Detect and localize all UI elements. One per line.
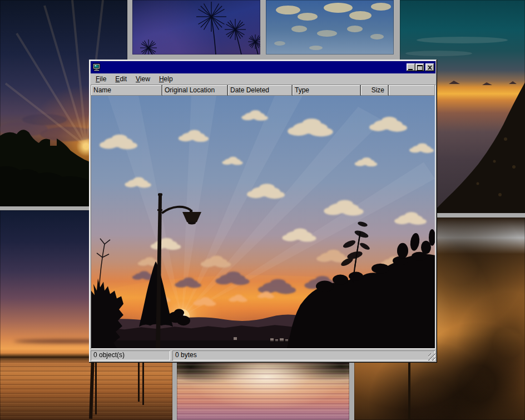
reflection-ripples	[177, 363, 349, 420]
maximize-button[interactable]	[415, 63, 424, 71]
water-post	[142, 360, 144, 405]
maximize-icon	[417, 65, 423, 71]
close-button[interactable]	[425, 63, 434, 71]
water-post	[138, 362, 140, 402]
close-icon	[428, 66, 432, 70]
wallpaper-tile-flower-silhouettes	[132, 0, 260, 55]
menu-view[interactable]: View	[131, 74, 155, 85]
column-header-row: Name Original Location Date Deleted Type…	[91, 85, 435, 96]
blurred-pole	[408, 361, 410, 420]
minimize-icon	[408, 69, 413, 70]
desktop[interactable]: File Edit View Help Name Original Locati…	[0, 0, 525, 420]
column-header-date-deleted[interactable]: Date Deleted	[228, 85, 293, 96]
column-header-size[interactable]: Size	[361, 85, 389, 96]
column-header-name[interactable]: Name	[91, 85, 162, 96]
flower-silhouettes-art	[132, 0, 260, 55]
status-bytes: 0 bytes	[172, 350, 435, 360]
computer-monitor-icon	[92, 63, 101, 72]
resize-grip[interactable]	[428, 353, 435, 360]
column-header-type[interactable]: Type	[293, 85, 361, 96]
column-header-original-location[interactable]: Original Location	[162, 85, 228, 96]
recycle-bin-window: File Edit View Help Name Original Locati…	[89, 60, 437, 363]
column-header-filler	[389, 85, 435, 96]
listview-photo-area	[91, 96, 435, 348]
status-objects: 0 object(s)	[91, 350, 170, 360]
water-ripples	[0, 357, 172, 420]
menu-file[interactable]: File	[91, 74, 111, 85]
menu-help[interactable]: Help	[155, 74, 177, 85]
menu-edit[interactable]: Edit	[111, 74, 131, 85]
window-titlebar[interactable]	[91, 61, 435, 73]
menu-bar: File Edit View Help	[91, 73, 435, 85]
wallpaper-tile-blue-sky-clouds	[266, 0, 394, 55]
window-controls	[407, 63, 434, 71]
minimize-button[interactable]	[407, 63, 415, 71]
lamppost-sunset-photo	[91, 96, 435, 348]
status-bar: 0 object(s) 0 bytes	[91, 350, 435, 361]
list-view[interactable]: Name Original Location Date Deleted Type…	[91, 85, 435, 349]
water-post	[95, 360, 97, 414]
system-menu-icon[interactable]	[92, 63, 101, 72]
clouds-art	[266, 0, 394, 55]
